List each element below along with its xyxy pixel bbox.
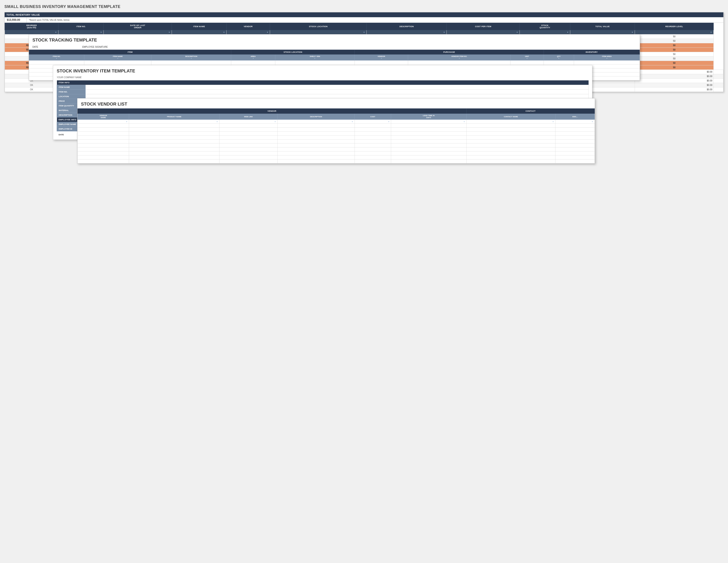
table-row xyxy=(29,60,640,64)
filter-date[interactable]: ▾ xyxy=(104,30,172,34)
filter-reorder[interactable]: ▾ xyxy=(5,30,58,34)
item-name-row: ITEM NAME xyxy=(57,85,589,90)
item-info-header: ITEM INFO xyxy=(57,80,589,85)
item-info-header-row: ITEM INFO xyxy=(57,80,589,85)
sub-vendor-item: VENDOR ITEM NO.▾ xyxy=(408,55,510,60)
filter-location[interactable]: ▾ xyxy=(270,30,366,34)
col-reorder: REORDER(auto-fill) xyxy=(5,23,58,30)
table-row xyxy=(78,132,595,135)
filter-item-name[interactable]: ▾ xyxy=(172,30,227,34)
cell-level: 50 xyxy=(635,34,714,39)
cell-level xyxy=(714,79,723,83)
filter-cost[interactable]: ▾ xyxy=(447,30,520,34)
table-row xyxy=(78,147,595,151)
cell-level: 50 xyxy=(635,48,714,52)
col-date: DATE OF LASTORDER xyxy=(104,23,172,30)
sub-desc: DESCRIPTION▾ xyxy=(151,55,231,60)
filter-total-value[interactable]: ▾ xyxy=(570,30,635,34)
col-description: DESCRIPTION xyxy=(367,23,447,30)
col-web-link: WEB LINK xyxy=(219,114,278,120)
filter-description[interactable]: ▾ xyxy=(367,30,447,34)
cell-total: $0.00 xyxy=(635,74,714,79)
page-wrapper: SMALL BUSINESS INVENTORY MANAGEMENT TEMP… xyxy=(4,4,724,273)
cell-total: $0.00 xyxy=(635,87,714,92)
filter-contact-name[interactable]: ▾ xyxy=(466,120,555,124)
group-purchase: PURCHASE xyxy=(355,50,544,55)
page-title: SMALL BUSINESS INVENTORY MANAGEMENT TEMP… xyxy=(4,4,724,9)
col-vendor-name: VENDORNAME xyxy=(78,114,129,120)
filter-stock-qty[interactable]: ▾ xyxy=(520,30,570,34)
table-row xyxy=(78,128,595,132)
sub-item-area: ITEM AREA▾ xyxy=(574,55,640,60)
filter-product-name[interactable]: ▾ xyxy=(129,120,219,124)
cell-level: 50 xyxy=(635,56,714,61)
col-contact-name: CONTACT NAME xyxy=(466,114,555,120)
filter-cost[interactable]: ▾ xyxy=(355,120,391,124)
vendor-group: VENDOR xyxy=(78,109,467,114)
filter-web-link[interactable]: ▾ xyxy=(219,120,278,124)
cell-level xyxy=(714,70,723,74)
table-row xyxy=(78,143,595,147)
group-inventory: INVENTORY xyxy=(544,50,640,55)
table-row xyxy=(78,159,595,163)
cell-total: $0.00 xyxy=(635,83,714,87)
sub-vendor: VENDOR▾ xyxy=(355,55,408,60)
item-name-label: ITEM NAME xyxy=(57,85,86,90)
col-product-name: PRODUCT NAME xyxy=(129,114,219,120)
total-inventory-value: $13,550.00 xyxy=(5,17,27,23)
sig-label: EMPLOYEE SIGNATURE xyxy=(82,46,108,48)
group-location: STOCK LOCATION xyxy=(231,50,355,55)
cell-total: $0.00 xyxy=(635,79,714,83)
sub-area: AREA▾ xyxy=(231,55,275,60)
cell-level xyxy=(714,74,723,79)
col-location: STOCK LOCATION xyxy=(270,23,366,30)
cell-reorder: OK xyxy=(5,83,58,87)
col-item-no: ITEM NO. xyxy=(58,23,104,30)
cell-level xyxy=(714,87,723,92)
cell-level: 50 xyxy=(635,61,714,65)
date-sig-row: DATE EMPLOYEE SIGNATURE xyxy=(29,44,640,50)
cell-level: 50 xyxy=(635,52,714,56)
company-name: YOUR COMPANY NAME xyxy=(53,75,592,80)
col-email: EMA... xyxy=(555,114,595,120)
filter-email[interactable]: ▾ xyxy=(555,120,595,124)
group-item: ITEM xyxy=(29,50,231,55)
date-label: DATE xyxy=(32,46,38,48)
total-inventory-note: *Based upon TOTAL VALUE fields, below. xyxy=(27,18,72,22)
cell-level: 50 xyxy=(635,65,714,70)
filter-item-no[interactable]: ▾ xyxy=(58,30,104,34)
col-cost: COST PER ITEM xyxy=(447,23,520,30)
item-no-row: ITEM NO. xyxy=(57,90,589,94)
col-stock-qty: STOCKQUANTITY xyxy=(520,23,570,30)
vendor-sheet: STOCK VENDOR LIST VENDOR CONTACT VENDORN… xyxy=(77,98,595,164)
col-reorder-level: REORDER LEVEL xyxy=(635,23,714,30)
sub-unit: UNIT▾ xyxy=(510,55,544,60)
table-row xyxy=(78,124,595,128)
sub-item-name: ITEM NAME▾ xyxy=(84,55,151,60)
filter-vendor-name[interactable]: ▾ xyxy=(78,120,129,124)
contact-group: CONTACT xyxy=(466,109,595,114)
table-row xyxy=(78,135,595,139)
table-row xyxy=(78,139,595,143)
vendor-table: VENDOR CONTACT VENDORNAME PRODUCT NAME W… xyxy=(77,108,595,163)
col-vendor-desc: DESCRIPTION xyxy=(278,114,355,120)
filter-vendor-desc[interactable]: ▾ xyxy=(278,120,355,124)
sub-shelf: SHELF / BIN▾ xyxy=(275,55,355,60)
table-row xyxy=(78,155,595,159)
cell-level: 50 xyxy=(635,43,714,48)
item-name-value[interactable] xyxy=(86,85,589,90)
total-inventory-row: $13,550.00 *Based upon TOTAL VALUE field… xyxy=(5,17,723,23)
filter-vendor[interactable]: ▾ xyxy=(227,30,270,34)
vendor-title: STOCK VENDOR LIST xyxy=(77,98,595,108)
item-no-value[interactable] xyxy=(86,90,589,94)
tracking-title: STOCK TRACKING TEMPLATE xyxy=(29,34,640,44)
total-inventory-banner: TOTAL INVENTORY VALUE xyxy=(5,12,723,17)
filter-lead-time[interactable]: ▾ xyxy=(391,120,466,124)
cell-reorder: OK xyxy=(5,87,58,92)
filter-reorder-level[interactable]: ▾ xyxy=(635,30,714,34)
col-total-value: TOTAL VALUE xyxy=(570,23,635,30)
sub-item-no: ITEM NO.▾ xyxy=(29,55,84,60)
item-title: STOCK INVENTORY ITEM TEMPLATE xyxy=(53,65,592,75)
col-vendor: VENDOR xyxy=(227,23,270,30)
col-cost: COST xyxy=(355,114,391,120)
